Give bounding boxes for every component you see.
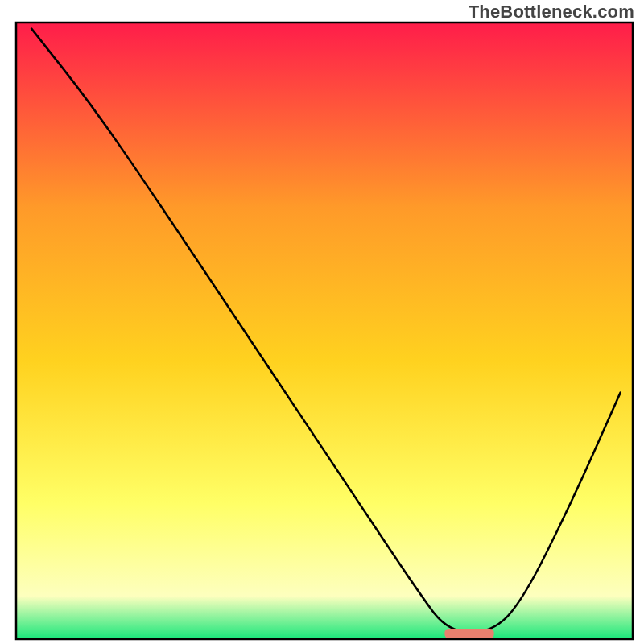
- plot-background: [16, 23, 633, 639]
- chart-container: { "watermark": "TheBottleneck.com", "cha…: [0, 0, 644, 644]
- floor-marker: [444, 629, 493, 638]
- chart-svg: [0, 0, 644, 644]
